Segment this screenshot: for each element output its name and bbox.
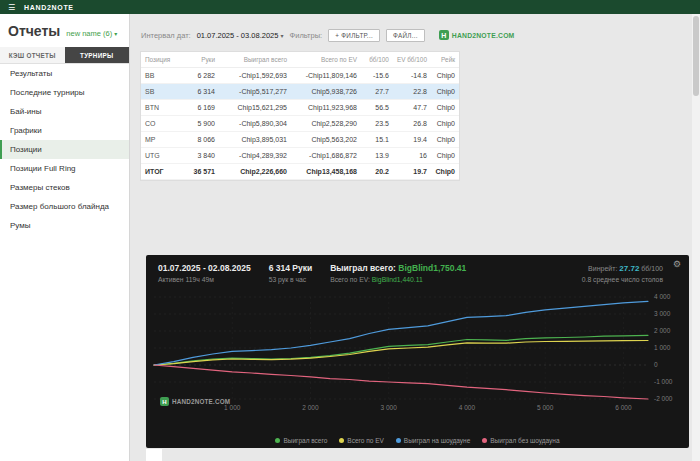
table-cell: MP bbox=[141, 132, 179, 148]
stats-table-body: BB6 282-Chip1,592,693-Chip11,809,146-15.… bbox=[141, 68, 459, 180]
brand-text: HAND2NOTE.COM bbox=[172, 398, 230, 405]
tab-tournaments[interactable]: ТУРНИРЫ bbox=[65, 47, 130, 63]
sidebar-item-5[interactable]: Позиции Full Ring bbox=[0, 159, 129, 178]
chart-won-block: Выиграл всего: BigBlind1,750.41 Всего по… bbox=[330, 263, 466, 283]
table-cell: -Chip5,890,304 bbox=[219, 116, 291, 132]
profile-name: new name (6) bbox=[66, 29, 112, 38]
sidebar: Отчеты new name (6) ▾ КЭШ ОТЧЕТЫ ТУРНИРЫ… bbox=[0, 14, 130, 461]
table-cell: 6 282 bbox=[179, 68, 219, 84]
sidebar-item-6[interactable]: Размеры стеков bbox=[0, 178, 129, 197]
chevron-down-icon: ▾ bbox=[281, 33, 284, 39]
table-cell: 47.7 bbox=[393, 100, 431, 116]
table-cell: Chip5,938,726 bbox=[291, 84, 361, 100]
table-cell: 19.7 bbox=[393, 164, 431, 180]
table-cell: 26.8 bbox=[393, 116, 431, 132]
brand-text: HAND2NOTE.COM bbox=[452, 32, 515, 39]
vertical-scrollbar[interactable] bbox=[692, 14, 700, 461]
legend-item[interactable]: Выиграл на шоудауне bbox=[396, 437, 470, 444]
legend-dot-icon bbox=[482, 438, 487, 443]
tab-cash-reports[interactable]: КЭШ ОТЧЕТЫ bbox=[0, 47, 65, 63]
table-cell: 23.5 bbox=[361, 116, 393, 132]
legend-label: Выиграл всего bbox=[283, 437, 327, 444]
table-cell: -Chip4,289,392 bbox=[219, 148, 291, 164]
app-title: HAND2NOTE bbox=[24, 4, 74, 11]
svg-text:4 000: 4 000 bbox=[459, 404, 476, 411]
table-cell: 27.7 bbox=[361, 84, 393, 100]
legend-item[interactable]: Выиграл без шоудауна bbox=[482, 437, 559, 444]
svg-text:-1 000: -1 000 bbox=[654, 378, 673, 385]
chart-panel: 01.07.2025 - 02.08.2025 Активен 119ч 49м… bbox=[146, 255, 689, 448]
table-row[interactable]: MP8 066Chip3,895,031Chip5,563,20215.119.… bbox=[141, 132, 459, 148]
sidebar-item-7[interactable]: Размер большого блайнда bbox=[0, 197, 129, 216]
chevron-down-icon: ▾ bbox=[114, 31, 117, 37]
date-range-selector[interactable]: 01.07.2025 - 03.08.2025 ▾ bbox=[197, 31, 284, 40]
table-row[interactable]: BB6 282-Chip1,592,693-Chip11,809,146-15.… bbox=[141, 68, 459, 84]
table-cell: -15.6 bbox=[361, 68, 393, 84]
table-cell: -Chip5,517,277 bbox=[219, 84, 291, 100]
table-cell: 16 bbox=[393, 148, 431, 164]
column-header[interactable]: Руки bbox=[179, 52, 219, 68]
scrollbar-thumb[interactable] bbox=[693, 16, 699, 96]
sidebar-item-4[interactable]: Позиции bbox=[0, 140, 129, 159]
hand2note-logo-icon: H bbox=[439, 30, 449, 40]
column-header[interactable]: Позиция bbox=[141, 52, 179, 68]
table-row[interactable]: UTG3 840-Chip4,289,392-Chip1,686,87213.9… bbox=[141, 148, 459, 164]
svg-text:0: 0 bbox=[654, 361, 658, 368]
table-cell: Chip0 bbox=[431, 84, 459, 100]
table-header-row: ПозицияРукиВыиграл всегоВсего по EVбб/10… bbox=[141, 52, 459, 68]
table-cell: -Chip11,809,146 bbox=[291, 68, 361, 84]
chart-won-value: BigBlind1,750.41 bbox=[398, 263, 466, 273]
table-cell: -Chip1,592,693 bbox=[219, 68, 291, 84]
table-row[interactable]: ИТОГ36 571Chip2,226,660Chip13,458,16820.… bbox=[141, 164, 459, 180]
gear-icon[interactable]: ⚙ bbox=[673, 259, 681, 269]
table-cell: 13.9 bbox=[361, 148, 393, 164]
chart-svg: 1 0002 0003 0004 0005 0006 0004 0003 000… bbox=[152, 293, 683, 415]
table-cell: Chip11,923,968 bbox=[291, 100, 361, 116]
table-cell: UTG bbox=[141, 148, 179, 164]
table-cell: -14.8 bbox=[393, 68, 431, 84]
legend-label: Выиграл без шоудауна bbox=[490, 437, 559, 444]
column-header[interactable]: Всего по EV bbox=[291, 52, 361, 68]
sidebar-item-1[interactable]: Последние турниры bbox=[0, 83, 129, 102]
table-cell: BB bbox=[141, 68, 179, 84]
legend-label: Выиграл на шоудауне bbox=[404, 437, 470, 444]
legend-item[interactable]: Выиграл всего bbox=[275, 437, 327, 444]
table-cell: 20.2 bbox=[361, 164, 393, 180]
sidebar-item-3[interactable]: Графики bbox=[0, 121, 129, 140]
table-row[interactable]: CO5 900-Chip5,890,304Chip2,528,29023.526… bbox=[141, 116, 459, 132]
add-filter-button[interactable]: + ФИЛЬТР... bbox=[328, 29, 380, 42]
sidebar-item-2[interactable]: Бай-ины bbox=[0, 102, 129, 121]
column-header[interactable]: EV бб/100 bbox=[393, 52, 431, 68]
table-cell: 3 840 bbox=[179, 148, 219, 164]
chart-brand: H HAND2NOTE.COM bbox=[160, 397, 230, 406]
chart-legend: Выиграл всегоВсего по EVВыиграл на шоуда… bbox=[146, 437, 689, 444]
app-window: ☰ HAND2NOTE Отчеты new name (6) ▾ КЭШ ОТ… bbox=[0, 0, 700, 461]
chart-ev-label: Всего по EV: bbox=[330, 276, 370, 283]
column-header[interactable]: Выиграл всего bbox=[219, 52, 291, 68]
sidebar-item-0[interactable]: Результаты bbox=[0, 64, 129, 83]
chart-won-label: Выиграл всего: bbox=[330, 263, 396, 273]
svg-text:5 000: 5 000 bbox=[537, 404, 554, 411]
menu-icon[interactable]: ☰ bbox=[8, 3, 16, 12]
column-header[interactable]: Рейк bbox=[431, 52, 459, 68]
svg-text:3 000: 3 000 bbox=[654, 310, 671, 317]
legend-dot-icon bbox=[396, 438, 401, 443]
sidebar-header: Отчеты new name (6) ▾ bbox=[0, 14, 129, 47]
table-row[interactable]: SB6 314-Chip5,517,277Chip5,938,72627.722… bbox=[141, 84, 459, 100]
table-row[interactable]: BTN6 169Chip15,621,295Chip11,923,96856.5… bbox=[141, 100, 459, 116]
profile-selector[interactable]: new name (6) ▾ bbox=[66, 29, 117, 38]
file-button[interactable]: ФАЙЛ... bbox=[386, 29, 425, 42]
toolbar-brand-link[interactable]: H HAND2NOTE.COM bbox=[439, 30, 515, 40]
scroll-corner bbox=[146, 449, 162, 461]
chart-date-block: 01.07.2025 - 02.08.2025 Активен 119ч 49м bbox=[158, 263, 251, 283]
chart-winrate-block: Винрейт: 27.72 бб/100 0.8 среднее число … bbox=[582, 264, 663, 283]
legend-item[interactable]: Всего по EV bbox=[339, 437, 383, 444]
column-header[interactable]: бб/100 bbox=[361, 52, 393, 68]
date-range-value: 01.07.2025 - 03.08.2025 bbox=[197, 31, 279, 40]
legend-dot-icon bbox=[339, 438, 344, 443]
sidebar-item-8[interactable]: Румы bbox=[0, 216, 129, 235]
chart-date-range: 01.07.2025 - 02.08.2025 bbox=[158, 263, 251, 273]
winrate-label: Винрейт: bbox=[588, 265, 617, 272]
table-cell: 6 169 bbox=[179, 100, 219, 116]
svg-text:2 000: 2 000 bbox=[654, 327, 671, 334]
